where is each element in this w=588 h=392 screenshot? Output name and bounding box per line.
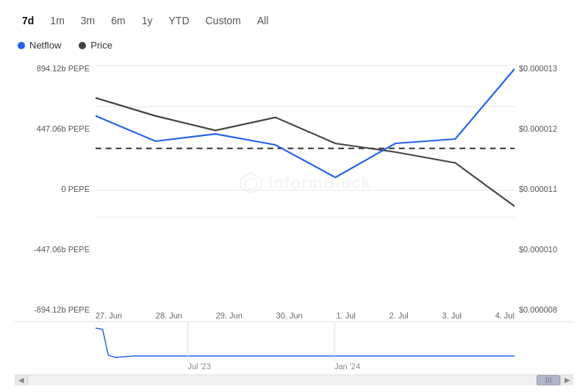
mini-y-right [514, 322, 573, 374]
time-tab-1m[interactable]: 1m [43, 12, 71, 29]
y-left-label: 447.06b PEPE [15, 124, 90, 133]
y-axis-right: $0.000013$0.000012$0.000011$0.000010$0.0… [514, 58, 573, 320]
mini-chart-area: Jul '23 Jan '24 [96, 322, 514, 374]
time-tab-ytd[interactable]: YTD [162, 12, 197, 29]
mini-chart-wrapper: Jul '23 Jan '24 [15, 321, 573, 374]
mini-chart-svg [96, 322, 514, 360]
y-left-label: 0 PEPE [15, 185, 90, 193]
time-tab-all[interactable]: All [250, 12, 276, 29]
y-right-label: $0.000011 [519, 185, 573, 193]
legend-price: Price [79, 40, 112, 51]
mini-label-jan24: Jan '24 [334, 362, 360, 371]
chart-with-xaxis: InformBlock [96, 58, 514, 320]
y-right-label: $0.000012 [519, 124, 573, 133]
mini-y-left [15, 322, 96, 374]
y-axis-left: 894.12b PEPE447.06b PEPE0 PEPE-447.06b P… [15, 58, 96, 320]
x-axis-label: 27. Jun [96, 311, 122, 320]
scroll-left-button[interactable]: ◀ [15, 375, 28, 385]
mini-label-jul23: Jul '23 [187, 362, 210, 371]
y-left-label: -447.06b PEPE [15, 245, 90, 254]
main-chart-svg [96, 58, 514, 224]
netflow-dot [18, 42, 25, 49]
time-tab-custom[interactable]: Custom [198, 12, 248, 29]
x-axis-label: 4. Jul [495, 311, 514, 320]
y-right-label: $0.000010 [519, 245, 573, 254]
time-tabs: 7d1m3m6m1yYTDCustomAll [15, 12, 573, 29]
x-axis-label: 1. Jul [336, 311, 355, 320]
y-left-label: 894.12b PEPE [15, 64, 90, 73]
scroll-right-button[interactable]: ▶ [560, 375, 573, 385]
scrollbar-track[interactable] [28, 375, 560, 385]
scrollbar-thumb[interactable] [537, 375, 560, 385]
chart-area: InformBlock [96, 58, 514, 308]
price-dot [79, 42, 86, 49]
y-left-label: -894.12b PEPE [15, 305, 90, 314]
main-container: 7d1m3m6m1yYTDCustomAll Netflow Price 894… [0, 0, 588, 392]
grip-line-3 [551, 377, 551, 383]
time-tab-3m[interactable]: 3m [74, 12, 102, 29]
legend: Netflow Price [15, 40, 573, 51]
time-tab-1y[interactable]: 1y [135, 12, 160, 29]
mini-chart-inner: Jul '23 Jan '24 [15, 322, 573, 374]
time-tab-7d[interactable]: 7d [15, 12, 41, 29]
y-right-label: $0.000008 [519, 305, 573, 314]
x-axis-label: 30. Jun [276, 311, 303, 320]
x-axis: 27. Jun28. Jun29. Jun30. Jun1. Jul2. Jul… [96, 308, 514, 320]
chart-main: 894.12b PEPE447.06b PEPE0 PEPE-447.06b P… [15, 58, 573, 320]
x-axis-label: 28. Jun [156, 311, 182, 320]
grip-line-2 [548, 377, 549, 383]
x-axis-label: 3. Jul [442, 311, 462, 320]
legend-price-label: Price [90, 40, 112, 51]
y-right-label: $0.000013 [519, 64, 573, 73]
grip-line-1 [546, 377, 547, 383]
legend-netflow-label: Netflow [29, 40, 61, 51]
scrollbar-area: ◀ ▶ [15, 374, 573, 385]
x-axis-label: 29. Jun [216, 311, 243, 320]
legend-netflow: Netflow [18, 40, 61, 51]
time-tab-6m[interactable]: 6m [104, 12, 132, 29]
x-axis-label: 2. Jul [390, 311, 409, 320]
mini-divider-1 [187, 322, 188, 360]
mini-divider-2 [334, 322, 335, 360]
